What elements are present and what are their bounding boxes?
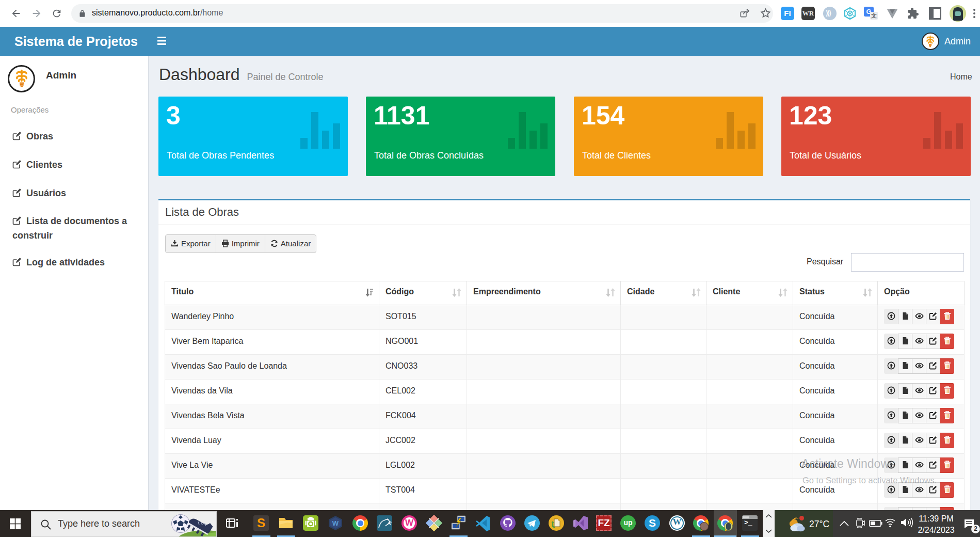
svg-text:W: W: [332, 519, 339, 527]
